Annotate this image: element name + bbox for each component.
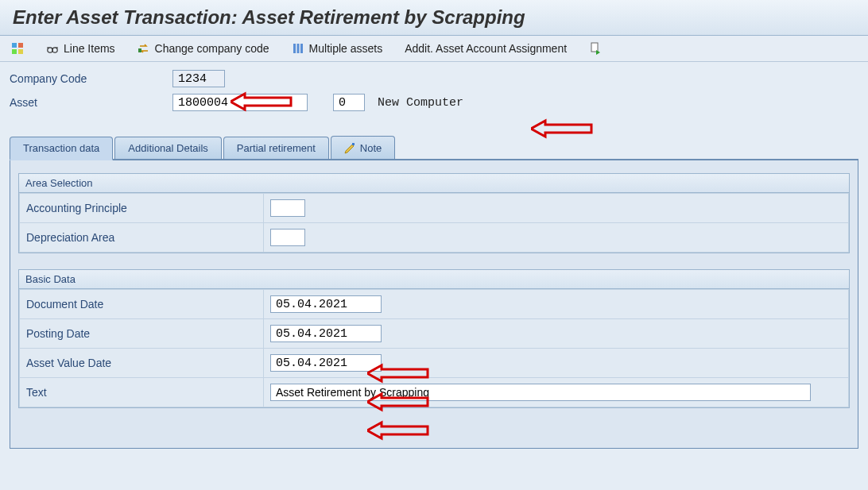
- accounting-principle-label: Accounting Principle: [20, 194, 264, 223]
- pencil-note-icon: [344, 141, 357, 154]
- text-input[interactable]: [270, 384, 811, 401]
- asset-description: New Computer: [378, 96, 463, 110]
- asset-value-date-input[interactable]: [270, 354, 382, 372]
- title-bar: Enter Asset Transaction: Asset Retiremen…: [0, 0, 868, 36]
- tab-page-transaction-data: Area Selection Accounting Principle Depr…: [10, 160, 858, 449]
- asset-sub-input[interactable]: [333, 94, 365, 111]
- svg-rect-10: [591, 43, 598, 52]
- depreciation-area-input[interactable]: [270, 229, 305, 246]
- svg-rect-6: [138, 48, 141, 52]
- area-selection-group: Area Selection Accounting Principle Depr…: [18, 173, 850, 253]
- asset-label: Asset: [10, 96, 172, 109]
- change-company-code-button[interactable]: Change company code: [138, 42, 269, 55]
- line-items-button[interactable]: Line Items: [46, 42, 115, 55]
- asset-main-input[interactable]: [172, 94, 308, 111]
- svg-rect-1: [18, 43, 23, 48]
- tab-note-label: Note: [360, 142, 382, 154]
- execute-button[interactable]: [589, 42, 602, 55]
- glasses-icon: [46, 42, 59, 55]
- tab-partial-retirement[interactable]: Partial retirement: [223, 137, 329, 159]
- tab-additional-details[interactable]: Additional Details: [114, 137, 221, 159]
- svg-rect-11: [352, 143, 355, 145]
- posting-date-input[interactable]: [270, 325, 382, 342]
- toolbar-overview-icon[interactable]: [11, 42, 24, 55]
- company-code-label: Company Code: [10, 72, 172, 85]
- multiple-assets-button[interactable]: Multiple assets: [292, 42, 383, 55]
- svg-rect-8: [296, 44, 299, 53]
- area-selection-title: Area Selection: [19, 174, 849, 193]
- grid-people-icon: [11, 42, 24, 55]
- addit-asset-acct-label: Addit. Asset Account Assignment: [405, 42, 567, 55]
- company-code-input[interactable]: [172, 70, 225, 87]
- addit-asset-acct-button[interactable]: Addit. Asset Account Assignment: [405, 42, 567, 55]
- tab-transaction-data[interactable]: Transaction data: [10, 137, 113, 160]
- swap-icon: [138, 42, 150, 55]
- text-label: Text: [20, 378, 264, 407]
- svg-rect-2: [12, 49, 17, 54]
- change-company-code-label: Change company code: [155, 42, 269, 55]
- basic-data-group: Basic Data Document Date Posting Date As…: [18, 269, 850, 408]
- svg-rect-9: [300, 44, 303, 53]
- svg-rect-7: [293, 44, 296, 53]
- page-title: Enter Asset Transaction: Asset Retiremen…: [13, 6, 855, 29]
- document-date-label: Document Date: [20, 290, 264, 319]
- posting-date-label: Posting Date: [20, 319, 264, 349]
- line-items-label: Line Items: [64, 42, 115, 55]
- multiple-assets-label: Multiple assets: [309, 42, 383, 55]
- document-go-icon: [589, 42, 602, 55]
- tab-note[interactable]: Note: [331, 136, 395, 159]
- document-date-input[interactable]: [270, 295, 382, 313]
- basic-data-title: Basic Data: [19, 270, 849, 289]
- header-form: Company Code Asset New Computer: [0, 62, 868, 135]
- tab-strip: Transaction data Additional Details Part…: [10, 135, 858, 449]
- svg-rect-3: [18, 49, 23, 54]
- asset-value-date-label: Asset Value Date: [20, 349, 264, 378]
- columns-icon: [292, 42, 304, 55]
- accounting-principle-input[interactable]: [270, 199, 305, 217]
- toolbar: Line Items Change company code Multiple …: [0, 36, 868, 62]
- svg-rect-0: [12, 43, 17, 48]
- depreciation-area-label: Depreciation Area: [20, 223, 264, 253]
